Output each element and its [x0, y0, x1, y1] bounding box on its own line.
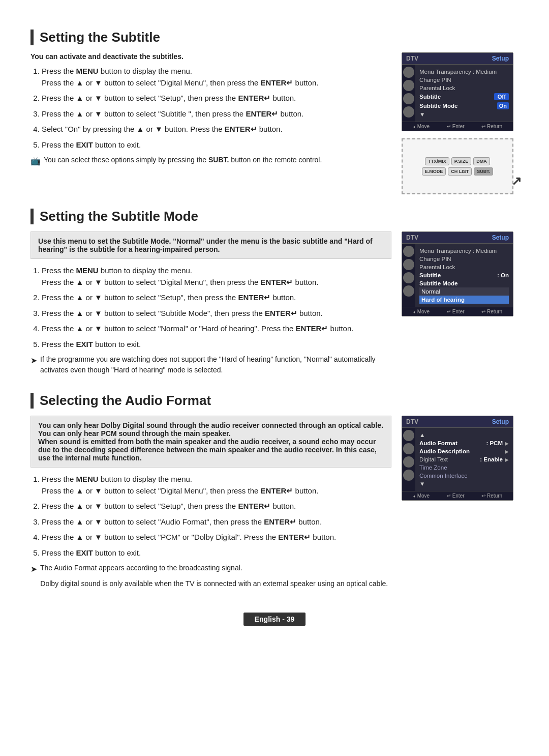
section-setting-subtitle: Setting the Subtitle You can activate an…: [30, 30, 518, 194]
dtv-panel-body-wrapper: Menu Transparency : Medium Change PIN Pa…: [402, 65, 513, 122]
subtitle-panel-area: DTV Setup: [402, 52, 518, 194]
dtv-icon-sm-3: [403, 272, 414, 283]
row-change-pin: Change PIN: [419, 76, 509, 84]
remote-btn-subt: SUBT.: [474, 167, 493, 176]
note-arrow-icon-af1: ➤: [30, 563, 37, 575]
remote-arrow-indicator: ↗: [511, 174, 522, 188]
section-text-subtitle: You can activate and deactivate the subt…: [30, 52, 391, 170]
setup-label-sm: Setup: [492, 234, 509, 241]
sm-step-5: Press the EXIT button to exit.: [42, 339, 391, 351]
dtv-panel-body-wrapper-af: ▲ Audio Format : PCM ▶ Audio Description…: [402, 428, 513, 491]
remote-row-1: TTX/MIX P.SIZE DMA: [425, 157, 490, 165]
dtv-icon-sm-4: [403, 285, 414, 297]
sm-step-2: Press the ▲ or ▼ button to select "Setup…: [42, 292, 391, 304]
dtv-label-sm: DTV: [406, 234, 418, 241]
af-note-1: ➤ The Audio Format appears according to …: [30, 563, 391, 575]
section-text-subtitle-mode: Use this menu to set the Subtitle Mode. …: [30, 231, 391, 379]
row-af-audio-format: Audio Format : PCM ▶: [419, 439, 509, 447]
setup-label: Setup: [492, 55, 509, 62]
af-step-4: Press the ▲ or ▼ button to select "PCM" …: [42, 532, 391, 543]
step-2: Press the ▲ or ▼ button to select "Setup…: [42, 93, 391, 104]
row-subtitle-mode: Subtitle Mode On: [419, 101, 509, 110]
row-af-digital-text: Digital Text : Enable ▶: [419, 455, 509, 463]
footer-badge: English - 39: [243, 613, 306, 626]
step-4: Select "On" by pressing the ▲ or ▼ butto…: [42, 124, 391, 135]
dtv-icon-column: [402, 65, 415, 122]
af-step-3: Press the ▲ or ▼ button to select "Audio…: [42, 516, 391, 528]
row-arrow-down: ▼: [419, 110, 509, 119]
subtitle-intro: You can activate and deactivate the subt…: [30, 52, 391, 61]
remote-panel-area: TTX/MIX P.SIZE DMA E.MODE CH LIST SUBT. …: [402, 138, 518, 194]
subtitle-mode-intro: Use this menu to set the Subtitle Mode. …: [30, 231, 391, 259]
sm-step-3: Press the ▲ or ▼ button to select "Subti…: [42, 308, 391, 319]
audio-format-panel-area: DTV Setup ▲ Audio Fo: [402, 416, 518, 501]
dtv-icon-column-sm: [402, 244, 415, 307]
af-step-2: Press the ▲ or ▼ button to select "Setup…: [42, 501, 391, 512]
row-sm-parental-lock: Parental Lock: [419, 263, 509, 271]
dtv-panel-header-sm: DTV Setup: [402, 232, 513, 244]
subtitle-steps: Press the MENU button to display the men…: [30, 66, 391, 151]
dtv-label-af: DTV: [406, 418, 418, 425]
step-5: Press the EXIT button to exit.: [42, 139, 391, 151]
remote-btn-psize: P.SIZE: [451, 157, 471, 165]
dtv-panel-header: DTV Setup: [402, 53, 513, 65]
dtv-panel-body-sm: Menu Transparency : Medium Change PIN Pa…: [415, 244, 513, 307]
row-parental-lock: Parental Lock: [419, 84, 509, 92]
page-footer: English - 39: [30, 609, 518, 629]
sm-step-4: Press the ▲ or ▼ button to select "Norma…: [42, 323, 391, 335]
step-1: Press the MENU button to display the men…: [42, 66, 391, 89]
remote-btn-dma: DMA: [473, 157, 490, 165]
af-step-1: Press the MENU button to display the men…: [42, 474, 391, 497]
section-text-audio-format: You can only hear Dolby Digital sound th…: [30, 416, 391, 594]
dtv-panel-header-af: DTV Setup: [402, 416, 513, 428]
dtv-icon-af-2: [403, 443, 414, 454]
section-setting-subtitle-mode: Setting the Subtitle Mode Use this menu …: [30, 209, 518, 379]
row-subtitle: Subtitle Off: [419, 92, 509, 101]
row-sm-change-pin: Change PIN: [419, 255, 509, 263]
dtv-panel-subtitle: DTV Setup: [402, 52, 513, 131]
row-af-arrow-up: ▲: [419, 431, 509, 439]
sm-step-1: Press the MENU button to display the men…: [42, 265, 391, 288]
dtv-panel-body-af: ▲ Audio Format : PCM ▶ Audio Description…: [415, 428, 513, 491]
dtv-panel-footer-af: ⬧ Move ↵ Enter ↩ Return: [402, 491, 513, 500]
audio-format-steps: Press the MENU button to display the men…: [30, 474, 391, 559]
remote-btn-emode: E.MODE: [422, 167, 446, 176]
dtv-icon-column-af: [402, 428, 415, 491]
subtitle-mode-steps: Press the MENU button to display the men…: [30, 265, 391, 350]
dtv-icon-1: [403, 67, 414, 78]
row-menu-transparency: Menu Transparency : Medium: [419, 68, 509, 76]
audio-format-intro: You can only hear Dolby Digital sound th…: [30, 416, 391, 468]
note-icon: 📺: [30, 155, 41, 167]
dtv-icon-sm-1: [403, 246, 414, 257]
dtv-panel-footer-sm: ⬧ Move ↵ Enter ↩ Return: [402, 307, 513, 316]
dtv-icon-af-3: [403, 456, 414, 468]
row-sm-hoh: Hard of hearing: [419, 296, 509, 304]
arrow-right-icon-af: ▶: [505, 441, 509, 446]
remote-btn-ttxmix: TTX/MIX: [425, 157, 449, 165]
dtv-panel-subtitle-mode: DTV Setup Menu Transparency : Medium: [402, 231, 513, 316]
setup-label-af: Setup: [492, 418, 509, 425]
dtv-label: DTV: [406, 55, 418, 62]
arrow-right-icon-dt: ▶: [505, 457, 509, 462]
row-sm-subtitle-mode: Subtitle Mode: [419, 279, 509, 287]
section-title-audio-format: Selecting the Audio Format: [30, 393, 518, 409]
dtv-icon-af-4: [403, 470, 414, 481]
dtv-icon-sm-2: [403, 259, 414, 270]
row-sm-menu-transparency: Menu Transparency : Medium: [419, 247, 509, 255]
section-audio-format: Selecting the Audio Format You can only …: [30, 393, 518, 594]
dtv-panel-body: Menu Transparency : Medium Change PIN Pa…: [415, 65, 513, 122]
remote-row-2: E.MODE CH LIST SUBT.: [422, 167, 494, 176]
row-af-common-interface: Common Interface: [419, 472, 509, 480]
dtv-icon-2: [403, 80, 414, 91]
note-arrow-icon: ➤: [30, 355, 37, 375]
section-title-subtitle: Setting the Subtitle: [30, 30, 518, 45]
step-3: Press the ▲ or ▼ button to select "Subti…: [42, 108, 391, 120]
dtv-panel-body-wrapper-sm: Menu Transparency : Medium Change PIN Pa…: [402, 244, 513, 307]
dtv-panel-audio-format: DTV Setup ▲ Audio Fo: [402, 416, 513, 501]
row-sm-normal: Normal: [419, 287, 509, 296]
row-sm-subtitle: Subtitle : On: [419, 271, 509, 279]
subtitle-mode-panel-area: DTV Setup Menu Transparency : Medium: [402, 231, 518, 316]
remote-buttons: TTX/MIX P.SIZE DMA E.MODE CH LIST SUBT.: [422, 157, 494, 176]
dtv-panel-footer: ⬧ Move ↵ Enter ↩ Return: [402, 122, 513, 131]
arrow-right-icon-ad: ▶: [505, 449, 509, 454]
